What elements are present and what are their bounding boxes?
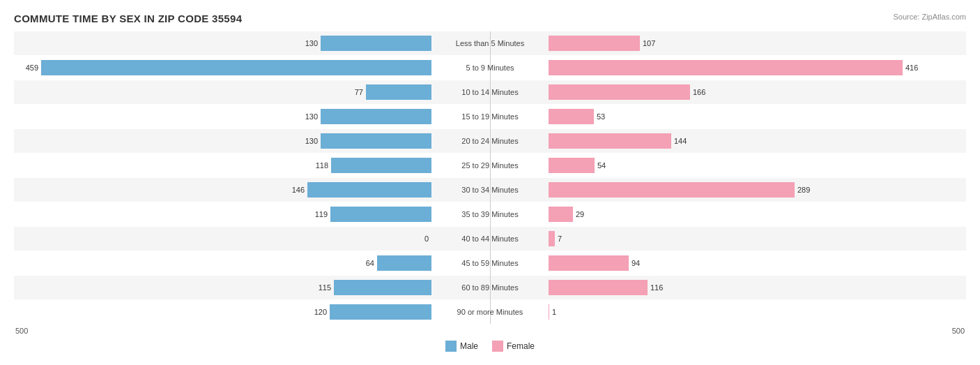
female-value: 94 [631,259,651,267]
female-bar-section: 94 [490,255,966,271]
legend-male-label: Male [460,341,478,351]
row-label: 45 to 59 Minutes [434,259,546,267]
row-label: 40 to 44 Minutes [434,234,546,243]
female-bar [549,158,595,173]
female-value: 53 [597,112,616,121]
male-bar-section: 64 [14,255,490,271]
female-bar [549,280,648,295]
center-divider [490,31,491,324]
row-label: 90 or more Minutes [434,308,546,316]
female-value: 116 [650,283,670,292]
male-bar-section: 115 [14,280,490,295]
male-value: 130 [298,39,318,47]
female-bar [549,60,903,75]
chart-container: COMMUTE TIME BY SEX IN ZIP CODE 35594 So… [0,0,980,365]
male-value: 64 [355,259,374,267]
male-bar-section: 130 [14,36,490,51]
female-value: 107 [643,39,662,47]
female-bar-section: 54 [490,158,966,173]
male-bar [41,60,431,75]
legend-female: Female [492,341,535,352]
male-bar [331,158,431,173]
male-value: 459 [19,64,38,72]
row-label: 5 to 9 Minutes [434,64,546,72]
male-bar-section: 459 [14,60,490,75]
female-value: 54 [597,161,617,170]
male-bar [321,36,431,51]
male-value: 130 [298,137,318,145]
female-bar [549,207,573,222]
row-label: Less than 5 Minutes [434,39,546,47]
row-label: 15 to 19 Minutes [434,112,546,121]
female-bar-section: 107 [490,36,966,51]
axis-labels: 500 500 [14,327,966,335]
male-value: 0 [409,234,429,243]
legend-female-box [492,341,503,352]
row-label: 20 to 24 Minutes [434,137,546,145]
legend-male-box [445,341,457,352]
female-bar-section: 116 [490,280,966,295]
male-value: 119 [308,210,328,218]
female-bar [549,109,594,124]
female-bar [549,36,640,51]
female-bar-section: 166 [490,84,966,100]
legend: Male Female [14,341,966,352]
male-bar [366,84,431,100]
female-bar [549,84,690,100]
female-bar-section: 7 [490,231,966,246]
female-bar-section: 1 [490,304,966,320]
male-bar [377,255,431,271]
female-bar [549,304,549,320]
female-bar-section: 29 [490,207,966,222]
male-bar-section: 119 [14,207,490,222]
chart-title: COMMUTE TIME BY SEX IN ZIP CODE 35594 [14,13,966,24]
female-value: 1 [552,308,572,316]
male-value: 77 [344,88,363,96]
female-bar [549,231,555,246]
axis-left: 500 [15,327,28,335]
male-bar-section: 120 [14,304,490,320]
male-bar [330,207,431,222]
row-label: 35 to 39 Minutes [434,210,546,218]
male-bar-section: 130 [14,109,490,124]
row-label: 10 to 14 Minutes [434,88,546,96]
bars-wrapper: 130Less than 5 Minutes1074595 to 9 Minut… [14,31,966,324]
female-value: 7 [558,234,577,243]
male-bar-section: 77 [14,84,490,100]
male-bar-section: 0 [14,231,490,246]
female-bar-section: 53 [490,109,966,124]
female-bar [549,255,629,271]
female-bar-section: 416 [490,60,966,75]
male-bar [321,133,431,149]
male-value: 146 [285,186,305,194]
female-bar-section: 289 [490,182,966,198]
legend-male: Male [445,341,478,352]
male-bar [321,109,431,124]
female-bar [549,182,795,198]
axis-right: 500 [952,327,965,335]
female-value: 289 [797,186,817,194]
male-bar-section: 146 [14,182,490,198]
legend-female-label: Female [507,341,535,351]
female-value: 144 [674,137,694,145]
row-label: 30 to 34 Minutes [434,186,546,194]
male-bar [334,280,431,295]
female-value: 416 [905,64,925,72]
source-label: Source: ZipAtlas.com [893,13,966,21]
male-value: 118 [309,161,328,170]
row-label: 25 to 29 Minutes [434,161,546,170]
female-value: 166 [693,88,712,96]
row-label: 60 to 89 Minutes [434,283,546,292]
female-bar [549,133,671,149]
male-bar [330,304,431,320]
female-value: 29 [576,210,595,218]
male-bar-section: 130 [14,133,490,149]
male-bar [307,182,431,198]
male-bar-section: 118 [14,158,490,173]
male-value: 130 [298,112,318,121]
male-value: 115 [312,283,331,292]
female-bar-section: 144 [490,133,966,149]
male-value: 120 [307,308,327,316]
